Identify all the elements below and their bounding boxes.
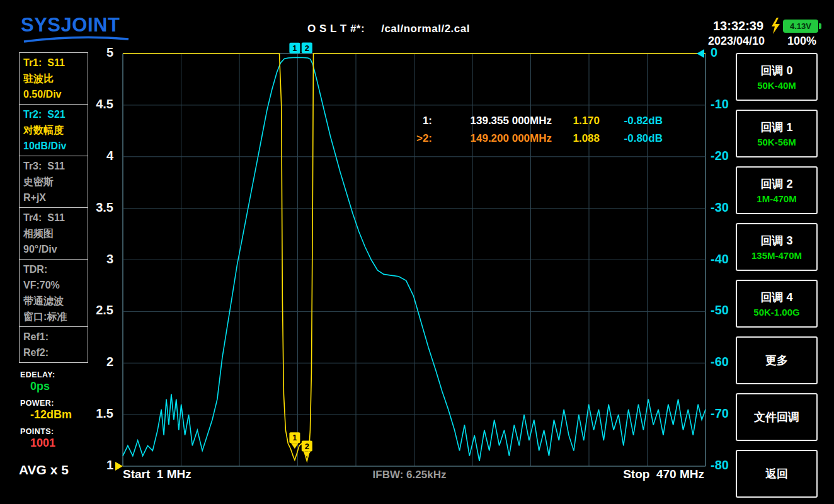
trace-info-box-1[interactable]: Tr2: S21对数幅度10dB/Div	[19, 104, 88, 156]
svg-text:2: 2	[305, 442, 309, 451]
sweep-start-label[interactable]: Start 1 MHz	[123, 467, 191, 481]
menu-button-1[interactable]: 回调 150K-56M	[736, 110, 818, 158]
trace-info-line: 驻波比	[23, 71, 84, 86]
trace-info-line: 相频图	[23, 226, 84, 241]
svg-text:1: 1	[292, 433, 297, 442]
marker-flag-top-2[interactable]: 2	[302, 43, 312, 54]
marker-swr-value: 1.088	[552, 130, 600, 147]
marker-id-value: 1:	[403, 112, 432, 130]
left-axis-tick: 3.5	[81, 200, 113, 215]
left-axis-tick: 1	[81, 458, 113, 472]
left-axis-tick: 4.5	[81, 97, 113, 112]
marker-db-value: -0.82dB	[600, 112, 663, 130]
menu-button-range: 1M-470M	[757, 193, 796, 204]
trace-info-line: VF:70%	[23, 277, 84, 293]
trace-info-line: 10dB/Div	[23, 138, 84, 154]
cal-file-path: /cal/normal/2.cal	[381, 23, 470, 35]
battery-indicator: 4.13V	[783, 20, 818, 33]
menu-button-3[interactable]: 回调 3135M-470M	[736, 223, 818, 271]
ifbw-label: IFBW: 6.25kHz	[340, 469, 479, 481]
vna-screen: { "colors": { "yellow": "#ffd700", "cyan…	[0, 0, 834, 504]
trace-info-line: 90°/Div	[23, 241, 84, 257]
status-label: EDELAY:	[20, 370, 102, 379]
marker-flag-bottom-2[interactable]: 2	[302, 441, 312, 457]
trace-info-box-5[interactable]: Ref1:Ref2:	[19, 326, 88, 363]
marker-readout-row-2: >2:149.200 000MHz1.088-0.80dB	[403, 130, 663, 147]
trace-info-line: Tr1: S11	[23, 55, 84, 71]
svg-text:2: 2	[305, 43, 309, 53]
status-label: POINTS:	[20, 427, 102, 436]
menu-button-label: 回调 1	[760, 120, 792, 135]
trace-info-line: Tr3: S11	[23, 158, 84, 174]
brand-logo: SYSJOINT	[21, 14, 120, 37]
marker-flag-top-1[interactable]: 1	[289, 43, 300, 54]
menu-button-4[interactable]: 回调 450K-1.00G	[736, 280, 818, 328]
trace-info-box-3[interactable]: Tr4: S11相频图90°/Div	[19, 207, 88, 260]
marker-freq-value: 139.355 000MHz	[432, 112, 552, 130]
battery-percent: 100%	[787, 35, 816, 48]
left-axis-tick: 3	[81, 252, 113, 266]
trace-info-line: 窗口:标准	[23, 309, 84, 324]
sweep-stop-label[interactable]: Stop 470 MHz	[592, 467, 704, 481]
trace-info-line: Ref2:	[23, 345, 84, 360]
left-axis-tick: 2.5	[81, 303, 113, 318]
trace-info-line: 带通滤波	[23, 293, 84, 309]
status-value: 0ps	[20, 380, 102, 393]
trace-info-line: Tr4: S11	[23, 210, 84, 226]
left-axis-tick: 4	[81, 149, 113, 163]
recall-menu: 回调 050K-40M回调 150K-56M回调 21M-470M回调 3135…	[736, 53, 818, 504]
menu-button-5[interactable]: 更多	[736, 336, 818, 384]
marker-swr-value: 1.170	[552, 112, 600, 130]
marker-freq-value: 149.200 000MHz	[432, 130, 552, 147]
calibration-status: O S L T #*:/cal/normal/2.cal	[307, 23, 470, 35]
menu-button-range: 135M-470M	[751, 250, 802, 261]
menu-button-label: 回调 4	[760, 290, 792, 305]
svg-text:1: 1	[292, 43, 297, 53]
marker-id-value: >2:	[403, 130, 432, 147]
menu-button-label: 文件回调	[754, 410, 799, 425]
logo-swoosh	[23, 36, 131, 43]
charging-bolt-icon	[770, 18, 781, 34]
menu-button-label: 更多	[765, 353, 788, 368]
menu-button-label: 回调 3	[760, 233, 792, 248]
trace-info-box-4[interactable]: TDR:VF:70%带通滤波窗口:标准	[19, 259, 88, 327]
trace-info-box-2[interactable]: Tr3: S11史密斯R+jX	[19, 156, 88, 208]
marker-readout-row-1: 1:139.355 000MHz1.170-0.82dB	[403, 112, 663, 130]
menu-button-label: 回调 2	[760, 176, 792, 192]
marker-db-value: -0.80dB	[600, 130, 663, 147]
ref-marker-tr1-icon	[115, 462, 123, 471]
menu-button-range: 50K-40M	[757, 80, 796, 91]
trace-info-line: TDR:	[23, 261, 84, 277]
left-axis-tick: 5	[81, 45, 113, 60]
trace-info-panel: Tr1: S11驻波比0.50/DivTr2: S21对数幅度10dB/DivT…	[19, 53, 88, 363]
trace-info-line: R+jX	[23, 190, 84, 205]
menu-button-range: 50K-56M	[757, 137, 796, 147]
trace-info-box-0[interactable]: Tr1: S11驻波比0.50/Div	[19, 52, 88, 105]
marker-readout: 1:139.355 000MHz1.170-0.82dB>2:149.200 0…	[403, 112, 663, 147]
trace-info-line: 对数幅度	[23, 122, 84, 138]
cal-label: O S L T #*:	[307, 23, 365, 35]
marker-flag-bottom-1[interactable]: 1	[289, 432, 300, 449]
menu-button-label: 回调 0	[760, 63, 792, 78]
trace-info-line: 史密斯	[23, 174, 84, 190]
menu-button-2[interactable]: 回调 21M-470M	[736, 166, 818, 214]
left-axis-tick: 2	[81, 355, 113, 369]
menu-button-6[interactable]: 文件回调	[736, 393, 818, 441]
left-axis-tick: 1.5	[81, 406, 113, 421]
menu-button-0[interactable]: 回调 050K-40M	[736, 53, 818, 101]
menu-button-7[interactable]: 返回	[736, 450, 818, 498]
clock-time: 13:32:39	[713, 19, 763, 33]
menu-button-label: 返回	[765, 466, 788, 481]
trace-info-line: 0.50/Div	[23, 86, 84, 102]
avg-indicator: AVG x 5	[19, 462, 69, 478]
status-value: 1001	[20, 437, 102, 450]
ref-marker-tr2-icon	[697, 49, 704, 58]
battery-nub	[819, 23, 821, 29]
trace-info-line: Tr2: S21	[23, 106, 84, 122]
trace-info-line: Ref1:	[23, 329, 84, 345]
menu-button-range: 50K-1.00G	[753, 307, 799, 318]
